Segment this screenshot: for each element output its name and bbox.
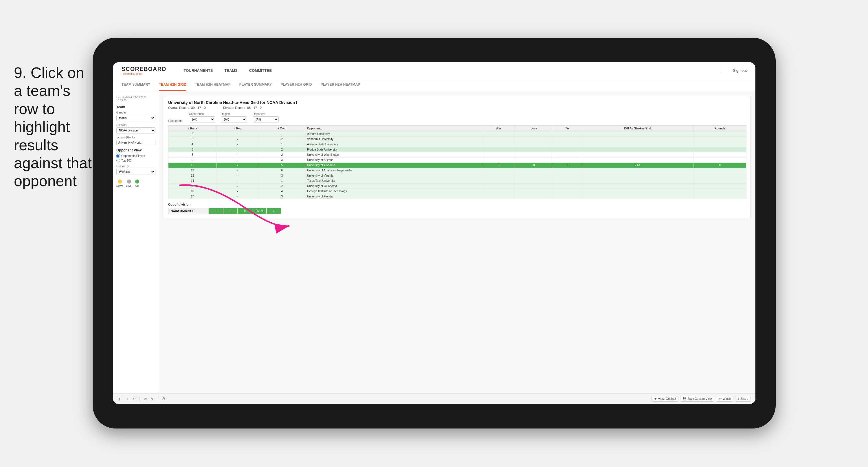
cell-4: [482, 168, 515, 173]
cell-0: 15: [168, 183, 216, 189]
filter-row: Opponents: Conference (All) Region (All): [168, 112, 746, 122]
opponent-name: University of Alabama: [305, 163, 482, 168]
watch-button[interactable]: 👁 Watch: [716, 396, 734, 402]
sub-nav-team-h2h-heatmap[interactable]: TEAM H2H HEATMAP: [195, 79, 231, 91]
cell-2: 2: [259, 183, 305, 189]
cell-8: [693, 183, 746, 189]
cell-0: 3: [168, 137, 216, 142]
redo-icon[interactable]: ↪: [124, 396, 130, 402]
table-row[interactable]: 11-5University of Alabama3002.618: [168, 163, 746, 168]
overall-record: Overall Record: 89 - 17 - 0: [168, 106, 206, 110]
cell-8: [693, 152, 746, 157]
cell-7: [582, 173, 693, 178]
table-row[interactable]: 16-4Georgia Institute of Technology: [168, 189, 746, 194]
sidebar-school-value[interactable]: University of Nort...: [116, 140, 155, 145]
cell-5: [515, 183, 553, 189]
sub-nav-player-h2h-heatmap[interactable]: PLAYER H2H HEATMAP: [320, 79, 360, 91]
table-row[interactable]: 2-1Auburn University: [168, 132, 746, 137]
col-conf: # Conf: [259, 126, 305, 132]
col-tie: Tie: [553, 126, 582, 132]
sidebar: Last Updated: 27/03/2024 16:55:38 Team G…: [113, 91, 159, 404]
cell-7: [582, 132, 693, 137]
view-original-button[interactable]: 👁 View: Original: [652, 396, 679, 402]
cell-7: [582, 142, 693, 147]
share-button[interactable]: ⤴ Share: [735, 396, 751, 402]
sidebar-radio-opponents-played[interactable]: Opponents Played: [116, 154, 155, 158]
cell-1: -: [216, 163, 259, 168]
sidebar-division-label: Division: [116, 123, 155, 126]
toolbar-divider-1: [140, 397, 140, 401]
sidebar-division-select[interactable]: NCAA Division I: [116, 127, 155, 134]
tablet-screen: SCOREBOARD Powered by clippi TOURNAMENTS…: [113, 62, 755, 404]
sidebar-colour-by-select[interactable]: Win/loss: [116, 169, 155, 175]
sub-nav-team-h2h-grid[interactable]: TEAM H2H GRID: [159, 79, 186, 91]
sub-nav-player-h2h-grid[interactable]: PLAYER H2H GRID: [280, 79, 312, 91]
cell-4: [482, 178, 515, 183]
logo-powered: Powered by clippi: [122, 72, 166, 75]
save-custom-button[interactable]: 💾 Save Custom View: [680, 396, 714, 402]
cell-4: [482, 173, 515, 178]
cell-7: [582, 137, 693, 142]
sign-out-button[interactable]: Sign out: [733, 68, 747, 73]
sidebar-gender-select[interactable]: Men's: [116, 115, 155, 121]
nav-teams[interactable]: TEAMS: [224, 67, 238, 74]
opponent-name: Texas Tech University: [305, 178, 482, 183]
table-row[interactable]: 15-2University of Oklahoma: [168, 183, 746, 189]
table-row[interactable]: 13-3University of Virginia: [168, 173, 746, 178]
ood-diff: 26.00: [252, 208, 267, 214]
ood-tie: 0: [238, 208, 252, 214]
table-row[interactable]: 8-2University of Washington: [168, 152, 746, 157]
cell-5: [515, 137, 553, 142]
opponent-name: Florida State University: [305, 147, 482, 152]
sub-nav-player-summary[interactable]: PLAYER SUMMARY: [239, 79, 272, 91]
clock-icon[interactable]: ⏱: [161, 396, 166, 402]
cell-6: [553, 152, 582, 157]
cell-6: [553, 132, 582, 137]
toolbar-divider-2: [158, 397, 158, 401]
cell-6: [553, 168, 582, 173]
cell-0: 11: [168, 163, 216, 168]
opponent-select[interactable]: (All): [253, 116, 279, 122]
cell-1: -: [216, 194, 259, 199]
back-icon[interactable]: ↶: [131, 396, 136, 402]
cell-2: 3: [259, 157, 305, 163]
copy-icon[interactable]: ⧉: [143, 396, 148, 402]
table-row[interactable]: 12-6University of Arkansas, Fayetteville: [168, 168, 746, 173]
cell-6: 0: [553, 163, 582, 168]
cell-5: [515, 152, 553, 157]
sidebar-opponent-view-label: Opponent View: [116, 148, 155, 152]
cell-5: [515, 173, 553, 178]
sidebar-radio-top-100[interactable]: Top 100: [116, 159, 155, 163]
region-select[interactable]: (All): [221, 116, 247, 122]
table-row[interactable]: 17-3University of Florida: [168, 194, 746, 199]
ood-row[interactable]: NCAA Division II 1 0 0 26.00 3: [168, 208, 746, 214]
sidebar-team-label: Team: [116, 105, 155, 109]
logo-area: SCOREBOARD Powered by clippi: [122, 66, 166, 75]
cell-7: [582, 189, 693, 194]
cell-2: 2: [259, 137, 305, 142]
table-row[interactable]: 14-1Texas Tech University: [168, 178, 746, 183]
panel-title: University of North Carolina Head-to-Hea…: [168, 100, 746, 105]
table-row[interactable]: 6-2Florida State University: [168, 147, 746, 152]
cell-8: 8: [693, 163, 746, 168]
edit-icon[interactable]: ✎: [150, 396, 155, 402]
table-row[interactable]: 3-2Vanderbilt University: [168, 137, 746, 142]
nav-committee[interactable]: COMMITTEE: [249, 67, 272, 74]
cell-5: [515, 157, 553, 163]
col-rank: # Rank: [168, 126, 216, 132]
cell-0: 9: [168, 157, 216, 163]
conference-select[interactable]: (All): [189, 116, 215, 122]
opponent-name: University of Oklahoma: [305, 183, 482, 189]
table-row[interactable]: 9-3University of Arizona: [168, 157, 746, 163]
cell-1: -: [216, 183, 259, 189]
table-row[interactable]: 4-1Arizona State University: [168, 142, 746, 147]
cell-6: [553, 189, 582, 194]
opponent-name: Auburn University: [305, 132, 482, 137]
sub-nav-team-summary[interactable]: TEAM SUMMARY: [122, 79, 150, 91]
bottom-toolbar: ↩ ↪ ↶ ⧉ ✎ ⏱ 👁 View: Original 💾 Save Cust…: [113, 393, 755, 404]
undo-icon[interactable]: ↩: [118, 396, 123, 402]
nav-tournaments[interactable]: TOURNAMENTS: [184, 67, 213, 74]
cell-4: [482, 132, 515, 137]
cell-8: [693, 137, 746, 142]
cell-6: [553, 147, 582, 152]
